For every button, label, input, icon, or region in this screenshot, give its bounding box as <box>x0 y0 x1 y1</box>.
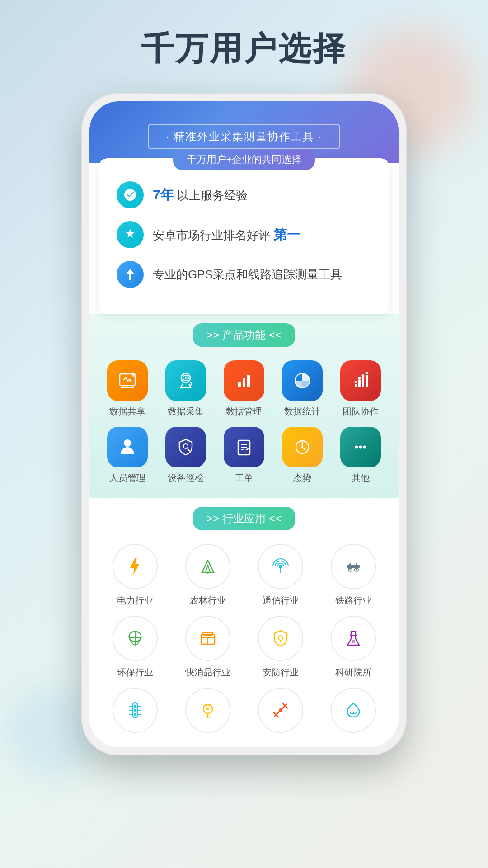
ind-item-farm[interactable]: 农林行业 <box>171 544 244 607</box>
svg-rect-10 <box>358 380 361 387</box>
ind-item-fmcg[interactable]: 快消品行业 <box>171 616 244 679</box>
feature-text-3: 专业的GPS采点和线路追踪测量工具 <box>153 267 342 283</box>
svg-point-14 <box>358 377 361 380</box>
svg-rect-34 <box>349 563 351 570</box>
ind-icon-farm <box>185 544 230 589</box>
ind-item-research[interactable]: 科研院所 <box>317 616 389 679</box>
func-label-data-collect: 数据采集 <box>168 406 204 418</box>
svg-point-31 <box>279 565 282 568</box>
feature-icon-2 <box>117 221 144 248</box>
func-item-inspection[interactable]: 设备巡检 <box>157 427 215 484</box>
svg-point-17 <box>124 439 131 447</box>
func-label-situation: 态势 <box>293 472 311 484</box>
func-item-data-manage[interactable]: 数据管理 <box>215 360 273 418</box>
ind-item-telecom[interactable]: 通信行业 <box>244 544 317 607</box>
feature-card: 千万用户+企业的共同选择 7年 以上服务经验 <box>99 158 389 314</box>
ind-icon-power <box>113 544 158 589</box>
ind-label-enviro: 环保行业 <box>117 666 153 679</box>
func-item-data-collect[interactable]: 数据采集 <box>157 360 215 418</box>
banner-subtitle: 精准外业采集测量协作工具 <box>148 124 340 149</box>
svg-rect-35 <box>356 563 357 570</box>
product-icons-grid: 数据共享 数据采集 <box>99 360 389 484</box>
ind-label-telecom: 通信行业 <box>263 594 299 607</box>
ind-label-fmcg: 快消品行业 <box>185 666 230 679</box>
func-icon-data-stats <box>282 360 323 401</box>
highlight-1: 7年 <box>153 187 174 202</box>
ind-icon-other3 <box>258 688 303 733</box>
func-item-team[interactable]: 团队协作 <box>331 360 389 418</box>
svg-rect-7 <box>247 375 250 387</box>
feature-item-1: 7年 以上服务经验 <box>117 181 371 208</box>
svg-point-26 <box>355 446 358 449</box>
svg-point-49 <box>134 705 136 708</box>
phone-frame: 精准外业采集测量协作工具 千万用户+企业的共同选择 7年 以上服务经验 <box>81 93 407 755</box>
func-item-personnel[interactable]: 人员管理 <box>99 427 157 484</box>
func-icon-workorder <box>224 427 264 467</box>
svg-point-25 <box>301 446 303 448</box>
ind-label-railway: 铁路行业 <box>335 594 371 607</box>
ind-icon-telecom <box>258 544 303 589</box>
svg-point-47 <box>352 640 355 643</box>
phone-wrapper: 精准外业采集测量协作工具 千万用户+企业的共同选择 7年 以上服务经验 <box>81 93 407 755</box>
ind-label-farm: 农林行业 <box>190 594 226 607</box>
svg-point-13 <box>354 381 357 383</box>
ind-item-power[interactable]: 电力行业 <box>99 544 171 607</box>
ind-item-security[interactable]: 安防行业 <box>244 616 317 679</box>
ind-icon-railway <box>331 544 376 589</box>
page-title: 千万用户选择 <box>141 27 347 71</box>
card-tag: 千万用户+企业的共同选择 <box>173 149 315 170</box>
svg-point-51 <box>134 713 136 716</box>
func-label-data-stats: 数据统计 <box>284 406 320 418</box>
product-section: >> 产品功能 << 数据共享 <box>89 314 399 498</box>
ind-icon-enviro <box>113 616 158 661</box>
ind-icon-security <box>258 616 303 661</box>
ind-item-other2[interactable] <box>171 688 244 738</box>
ind-label-power: 电力行业 <box>117 594 153 607</box>
svg-marker-29 <box>130 558 139 575</box>
func-item-situation[interactable]: 态势 <box>273 427 331 484</box>
ind-item-other4[interactable] <box>317 688 389 738</box>
svg-rect-11 <box>362 377 364 387</box>
svg-point-44 <box>278 636 283 640</box>
func-item-data-share[interactable]: 数据共享 <box>99 360 157 418</box>
func-label-other: 其他 <box>352 472 370 484</box>
func-label-data-share: 数据共享 <box>109 406 145 418</box>
func-item-other[interactable]: 其他 <box>331 427 389 484</box>
highlight-2: 第一 <box>273 227 300 242</box>
ind-label-security: 安防行业 <box>263 666 299 679</box>
ind-item-enviro[interactable]: 环保行业 <box>99 616 171 679</box>
func-icon-data-manage <box>224 360 264 401</box>
ind-item-railway[interactable]: 铁路行业 <box>317 544 389 607</box>
industry-section: >> 行业应用 << 电力行业 <box>89 498 399 747</box>
ind-icon-research <box>331 616 376 661</box>
industry-grid: 电力行业 农林行业 <box>99 544 389 738</box>
func-icon-data-collect <box>165 360 206 401</box>
func-icon-team <box>340 360 381 401</box>
svg-rect-33 <box>347 565 360 568</box>
feature-item-3: 专业的GPS采点和线路追踪测量工具 <box>117 261 371 288</box>
func-item-data-stats[interactable]: 数据统计 <box>273 360 331 418</box>
svg-point-63 <box>279 708 282 712</box>
func-icon-personnel <box>107 427 148 467</box>
ind-icon-fmcg <box>185 616 230 661</box>
svg-point-50 <box>134 709 136 712</box>
feature-item-2: 安卓市场行业排名好评 第一 <box>117 221 371 248</box>
func-item-workorder[interactable]: 工单 <box>215 427 273 484</box>
ind-item-other1[interactable] <box>99 688 171 738</box>
svg-point-28 <box>363 446 366 449</box>
svg-point-18 <box>183 444 188 448</box>
ind-item-other3[interactable] <box>244 688 317 738</box>
func-label-inspection: 设备巡检 <box>168 472 204 484</box>
func-icon-situation <box>282 427 323 467</box>
ind-label-research: 科研院所 <box>335 666 371 679</box>
svg-point-64 <box>352 712 354 714</box>
func-label-personnel: 人员管理 <box>109 472 145 484</box>
ind-icon-other2 <box>185 688 230 733</box>
func-icon-other <box>340 427 381 467</box>
ind-icon-other1 <box>113 688 158 733</box>
product-tag: >> 产品功能 << <box>193 323 295 347</box>
svg-rect-5 <box>238 382 241 387</box>
func-label-team: 团队协作 <box>343 406 379 418</box>
func-icon-data-share <box>107 360 148 401</box>
ind-icon-other4 <box>331 688 376 733</box>
